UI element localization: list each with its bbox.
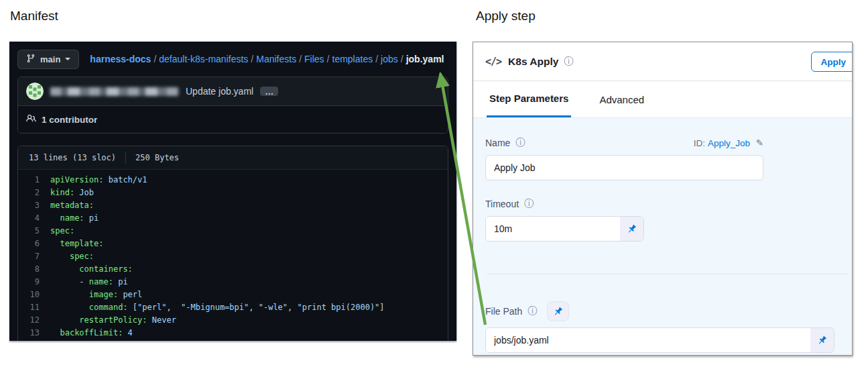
code-line: 12 restartPolicy: Never: [18, 314, 448, 327]
code-line: 5spec:: [18, 225, 448, 238]
line-number[interactable]: 11: [18, 301, 50, 314]
step-parameters-body: Name ⓘ ID: Apply_Job ✎ Timeout ⓘ: [473, 118, 852, 356]
line-number[interactable]: 5: [18, 225, 50, 238]
code-token: image:: [89, 289, 118, 301]
branch-selector-button[interactable]: main: [17, 50, 79, 69]
line-number[interactable]: 10: [18, 289, 50, 301]
filepath-input[interactable]: [486, 328, 810, 352]
file-size: 250 Bytes: [135, 153, 179, 162]
line-number[interactable]: 3: [18, 199, 50, 212]
line-number[interactable]: 4: [18, 212, 50, 225]
tab-step-parameters[interactable]: Step Parameters: [487, 81, 571, 117]
breadcrumb-segment-job.yaml: job.yaml: [406, 54, 444, 64]
commit-author-blurred[interactable]: [50, 87, 179, 96]
apply-changes-button[interactable]: Apply: [811, 52, 853, 72]
code-lines: 1apiVersion: batch/v12kind: Job3metadata…: [18, 170, 448, 341]
screenshot-canvas: Manifest Apply step main harness-docs/de…: [0, 0, 868, 365]
step-info-icon[interactable]: ⓘ: [564, 56, 573, 68]
file-blob-box: 13 lines (13 sloc) 250 Bytes 1apiVersion…: [17, 146, 448, 341]
filepath-label: File Path: [485, 306, 522, 317]
name-label: Name: [485, 138, 510, 148]
avatar[interactable]: [26, 83, 44, 100]
breadcrumb-segment-Files[interactable]: Files: [304, 54, 324, 64]
code-token: -: [50, 276, 89, 289]
line-number[interactable]: 9: [18, 276, 50, 289]
filepath-pin-icon[interactable]: [810, 328, 834, 352]
breadcrumb-separator: /: [153, 54, 156, 64]
name-label-row: Name ⓘ ID: Apply_Job ✎: [485, 137, 763, 149]
code-token: kind:: [50, 187, 74, 199]
timeout-info-icon[interactable]: ⓘ: [524, 198, 534, 210]
commit-row: Update job.yaml …: [18, 77, 448, 105]
code-token: ,: [166, 301, 181, 314]
code-token: [50, 263, 79, 276]
breadcrumb-separator: /: [299, 54, 302, 64]
code-token: spec:: [70, 250, 94, 263]
code-line: 13 backoffLimit: 4: [18, 327, 448, 340]
line-number[interactable]: 2: [18, 187, 50, 199]
code-token: [103, 174, 108, 187]
filepath-pin-toggle[interactable]: [547, 301, 569, 321]
step-tabs: Step Parameters Advanced: [473, 81, 852, 118]
code-token: "perl": [137, 301, 166, 314]
code-token: [50, 212, 60, 225]
code-token: containers:: [79, 263, 132, 276]
code-line: 3metadata:: [18, 199, 448, 212]
code-token: ]: [379, 301, 384, 314]
name-input[interactable]: [485, 155, 763, 180]
code-token: metadata:: [50, 199, 94, 212]
code-token: apiVersion:: [50, 174, 103, 187]
code-token: ,: [288, 301, 297, 314]
filepath-label-wrap: File Path ⓘ: [485, 305, 537, 317]
line-number[interactable]: 7: [18, 250, 50, 263]
code-token: [50, 289, 89, 301]
line-number[interactable]: 12: [18, 314, 50, 327]
section-divider: [487, 274, 847, 274]
filepath-info-icon[interactable]: ⓘ: [528, 305, 537, 317]
code-token: Never: [152, 314, 176, 327]
code-token: batch/v1: [109, 174, 147, 187]
code-token: 4: [128, 327, 133, 340]
timeout-label-row: Timeout ⓘ: [485, 198, 839, 210]
edit-id-pencil-icon[interactable]: ✎: [756, 138, 763, 148]
breadcrumb-segment-default-k8s-manifests[interactable]: default-k8s-manifests: [159, 54, 248, 64]
contributors-row[interactable]: 1 contributor: [18, 105, 448, 133]
commit-message[interactable]: Update job.yaml: [186, 86, 253, 97]
github-file-panel: main harness-docs/default-k8s-manifests/…: [9, 42, 456, 341]
timeout-pin-icon[interactable]: [620, 217, 643, 241]
line-number[interactable]: 6: [18, 238, 50, 250]
id-value-link[interactable]: Apply_Job: [708, 138, 750, 148]
chevron-down-icon: [65, 58, 70, 60]
breadcrumb-segment-templates[interactable]: templates: [332, 54, 373, 64]
code-line: 1apiVersion: batch/v1: [18, 174, 448, 187]
code-line: 10 image: perl: [18, 289, 448, 301]
tab-advanced[interactable]: Advanced: [597, 81, 647, 117]
k8s-apply-step-panel: </> K8s Apply ⓘ Apply Step Parameters Ad…: [473, 42, 853, 356]
code-token: [50, 314, 79, 327]
code-token: pi: [89, 212, 99, 225]
code-token: "-Mbignum=bpi": [181, 301, 249, 314]
breadcrumb-segment-harness-docs[interactable]: harness-docs: [90, 54, 151, 64]
code-token: [50, 327, 60, 340]
timeout-label: Timeout: [485, 199, 519, 209]
name-info-icon[interactable]: ⓘ: [515, 137, 525, 149]
manifest-heading: Manifest: [10, 9, 58, 23]
code-line: 7 spec:: [18, 250, 448, 263]
line-number[interactable]: 1: [18, 174, 50, 187]
code-token: spec:: [50, 225, 74, 238]
code-line: 4 name: pi: [18, 212, 448, 225]
timeout-input[interactable]: [486, 217, 620, 241]
code-token: "print bpi(2000)": [298, 301, 380, 314]
breadcrumb-separator: /: [401, 54, 404, 64]
line-number[interactable]: 8: [18, 263, 50, 276]
line-number[interactable]: 13: [18, 327, 50, 340]
code-line: 6 template:: [18, 238, 448, 250]
latest-commit-box: Update job.yaml … 1 contributor: [17, 76, 448, 134]
code-token: [147, 314, 152, 327]
breadcrumb-segment-jobs[interactable]: jobs: [381, 54, 398, 64]
step-header: </> K8s Apply ⓘ Apply: [473, 42, 852, 81]
breadcrumb-segment-Manifests[interactable]: Manifests: [256, 54, 296, 64]
commit-more-button[interactable]: …: [260, 87, 278, 96]
filepath-input-group: [485, 327, 834, 353]
code-token: restartPolicy:: [79, 314, 147, 327]
